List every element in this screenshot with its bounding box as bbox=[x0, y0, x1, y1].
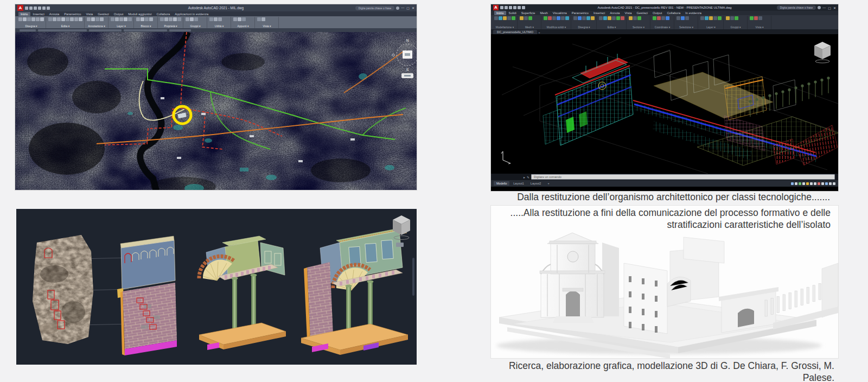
ribbon-tab-3[interactable]: Mesh bbox=[538, 11, 550, 15]
tool-icon[interactable] bbox=[726, 16, 730, 20]
tool-icon[interactable] bbox=[735, 16, 738, 20]
tool-icon[interactable] bbox=[18, 17, 22, 21]
tool-icon[interactable] bbox=[194, 17, 198, 21]
tool-icon[interactable] bbox=[48, 17, 52, 21]
status-icon[interactable] bbox=[829, 182, 832, 185]
tool-icon[interactable] bbox=[218, 17, 222, 21]
model-viewport[interactable] bbox=[491, 34, 838, 174]
tool-icon[interactable] bbox=[750, 16, 754, 20]
tool-icon[interactable] bbox=[499, 16, 502, 20]
tool-icon[interactable] bbox=[629, 16, 633, 20]
status-icon[interactable] bbox=[802, 182, 805, 185]
tool-icon[interactable] bbox=[53, 17, 56, 21]
tool-icon[interactable] bbox=[565, 16, 569, 20]
tool-icon[interactable] bbox=[612, 16, 616, 20]
command-input[interactable]: Digitare un comando bbox=[531, 174, 835, 180]
tool-icon[interactable] bbox=[507, 16, 511, 20]
tool-icon[interactable] bbox=[128, 17, 132, 21]
ribbon-tab-6[interactable]: Inserisci bbox=[591, 11, 607, 15]
ribbon-tab-9[interactable]: Gestisci bbox=[634, 11, 650, 15]
tool-icon[interactable] bbox=[190, 17, 194, 21]
open-file-icon[interactable] bbox=[29, 7, 33, 10]
close-button[interactable]: ✕ bbox=[833, 6, 836, 10]
tool-icon[interactable] bbox=[91, 17, 95, 21]
tool-icon[interactable] bbox=[257, 17, 261, 21]
color-dropdown[interactable] bbox=[89, 29, 122, 31]
tool-icon[interactable] bbox=[149, 17, 153, 21]
new-file-icon[interactable] bbox=[500, 6, 503, 9]
tool-icon[interactable] bbox=[214, 17, 218, 21]
ribbon-tab-4[interactable]: Vista bbox=[84, 12, 95, 16]
new-tab-button[interactable]: + bbox=[538, 31, 540, 34]
viewcube-icon[interactable] bbox=[814, 42, 831, 63]
redo-icon[interactable] bbox=[47, 7, 50, 10]
tool-icon[interactable] bbox=[676, 16, 680, 20]
tool-icon[interactable] bbox=[599, 16, 603, 20]
tool-icon[interactable] bbox=[115, 17, 119, 21]
tool-icon[interactable] bbox=[573, 16, 577, 20]
tool-icon[interactable] bbox=[713, 16, 717, 20]
tool-icon[interactable] bbox=[637, 16, 641, 20]
search-input[interactable]: Digita parola chiave o frase bbox=[355, 6, 395, 10]
lineweight-dropdown[interactable] bbox=[169, 29, 191, 31]
tool-icon[interactable] bbox=[661, 16, 665, 20]
ribbon-tab-0[interactable]: Inizio bbox=[18, 12, 30, 16]
command-wrench-icon[interactable]: ✎ bbox=[527, 175, 529, 179]
ribbon-tab-2[interactable]: Annota bbox=[47, 12, 61, 16]
tool-icon[interactable] bbox=[87, 17, 91, 21]
user-account[interactable] bbox=[396, 7, 399, 10]
tool-icon[interactable] bbox=[79, 17, 82, 21]
tool-icon[interactable] bbox=[238, 17, 241, 21]
tool-icon[interactable] bbox=[40, 17, 44, 21]
status-icon[interactable] bbox=[799, 182, 801, 185]
minimize-button[interactable]: — bbox=[822, 6, 826, 10]
tool-icon[interactable] bbox=[754, 16, 758, 20]
tool-icon[interactable] bbox=[621, 16, 624, 20]
tool-icon[interactable] bbox=[633, 16, 637, 20]
layer-dropdown[interactable] bbox=[20, 29, 36, 31]
command-history-icon[interactable]: ▸ bbox=[524, 175, 525, 179]
tool-icon[interactable] bbox=[27, 17, 31, 21]
ribbon-tab-0[interactable]: Inizio bbox=[494, 11, 506, 15]
tool-icon[interactable] bbox=[503, 16, 507, 20]
tool-icon[interactable] bbox=[74, 17, 78, 21]
tool-icon[interactable] bbox=[209, 17, 213, 21]
status-icon[interactable] bbox=[814, 182, 816, 185]
close-button[interactable]: ✕ bbox=[412, 6, 414, 10]
navbar-button[interactable] bbox=[396, 243, 404, 247]
tool-icon[interactable] bbox=[552, 16, 556, 20]
ribbon-tab-6[interactable]: Output bbox=[112, 12, 125, 16]
ribbon-tab-3[interactable]: Parametrico bbox=[62, 12, 83, 16]
layout-tab-3[interactable]: + bbox=[545, 181, 552, 186]
tool-icon[interactable] bbox=[730, 16, 734, 20]
open-file-icon[interactable] bbox=[505, 6, 508, 9]
tool-icon[interactable] bbox=[557, 16, 560, 20]
linetype-dropdown[interactable] bbox=[124, 29, 167, 31]
tool-icon[interactable] bbox=[758, 16, 762, 20]
undo-icon[interactable] bbox=[42, 7, 46, 10]
tool-icon[interactable] bbox=[544, 16, 547, 20]
tool-icon[interactable] bbox=[31, 17, 35, 21]
ribbon-tab-1[interactable]: Inserisci bbox=[31, 12, 47, 16]
tool-icon[interactable] bbox=[582, 16, 586, 20]
tool-icon[interactable] bbox=[36, 17, 40, 21]
tool-icon[interactable] bbox=[616, 16, 620, 20]
tool-icon[interactable] bbox=[681, 16, 685, 20]
tool-icon[interactable] bbox=[528, 16, 532, 20]
tool-icon[interactable] bbox=[124, 17, 127, 21]
ribbon-tab-1[interactable]: Solidi bbox=[507, 11, 519, 15]
tool-icon[interactable] bbox=[494, 16, 498, 20]
tool-icon[interactable] bbox=[169, 17, 173, 21]
tool-icon[interactable] bbox=[700, 16, 704, 20]
tool-icon[interactable] bbox=[177, 17, 181, 21]
status-icon[interactable] bbox=[810, 182, 813, 185]
ribbon-tab-7[interactable]: Annota bbox=[608, 11, 622, 15]
ribbon-tab-2[interactable]: Superficie bbox=[519, 11, 538, 15]
new-file-icon[interactable] bbox=[25, 7, 28, 10]
autocad-logo-icon[interactable]: A bbox=[493, 5, 499, 10]
status-icon[interactable] bbox=[806, 182, 809, 185]
maximize-button[interactable]: ▢ bbox=[406, 6, 410, 10]
ribbon-tab-8[interactable]: Collabora bbox=[154, 12, 172, 16]
status-icon[interactable] bbox=[818, 182, 820, 185]
ribbon-tab-9[interactable]: Applicazioni in evidenza bbox=[173, 12, 210, 16]
